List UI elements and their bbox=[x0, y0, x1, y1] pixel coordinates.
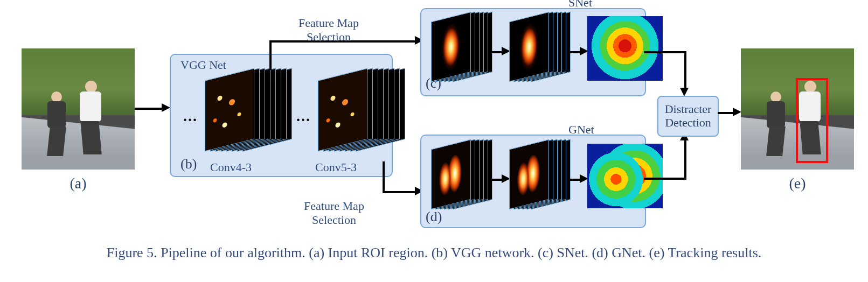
panel-letter-d: (d) bbox=[426, 209, 442, 225]
arrow-to-output bbox=[718, 112, 733, 114]
panel-letter-b: (b) bbox=[180, 156, 197, 172]
caption-a: (a) Input ROI region. bbox=[309, 245, 428, 260]
conv5-3-label: Conv5-3 bbox=[315, 160, 357, 174]
tracking-result-image bbox=[741, 48, 854, 170]
input-roi-image bbox=[22, 48, 135, 170]
arrow-a-to-b bbox=[135, 108, 162, 110]
ellipsis-1: ... bbox=[183, 108, 198, 125]
caption-b: (b) VGG network. bbox=[432, 245, 534, 260]
figure-number: Figure 5. bbox=[107, 245, 157, 260]
figure-caption: Figure 5. Pipeline of our algorithm. (a)… bbox=[0, 245, 868, 261]
snet-label: SNet bbox=[568, 0, 592, 10]
panel-letter-e: (e) bbox=[741, 175, 854, 192]
panel-letter-a: (a) bbox=[22, 175, 135, 192]
caption-e: (e) Tracking results. bbox=[649, 245, 762, 260]
feature-map-selection-bottom-label: Feature Map Selection bbox=[291, 199, 377, 227]
snet-heatmap bbox=[587, 16, 663, 81]
arrow-gnet-out bbox=[644, 178, 684, 180]
gnet-label: GNet bbox=[568, 123, 594, 137]
arrow-conv5-to-gnet bbox=[383, 191, 415, 193]
figure-canvas: (a) VGG Net (b) ... Conv4-3 ... Conv5-3 … bbox=[0, 0, 868, 282]
feature-map-selection-top-label: Feature Map Selection bbox=[286, 16, 372, 44]
caption-c: (c) SNet. bbox=[538, 245, 588, 260]
conv5-3-stack bbox=[318, 69, 393, 155]
gnet-heatmap bbox=[587, 144, 663, 208]
conv4-3-label: Conv4-3 bbox=[210, 160, 252, 174]
ellipsis-2: ... bbox=[296, 108, 311, 125]
caption-d: (d) GNet. bbox=[592, 245, 645, 260]
caption-main: Pipeline of our algorithm. bbox=[161, 245, 305, 260]
distracter-detection-box: Distracter Detection bbox=[657, 96, 719, 137]
arrow-snet-out bbox=[644, 51, 684, 53]
conv4-3-stack bbox=[205, 69, 280, 155]
tracking-bounding-box bbox=[796, 78, 828, 163]
